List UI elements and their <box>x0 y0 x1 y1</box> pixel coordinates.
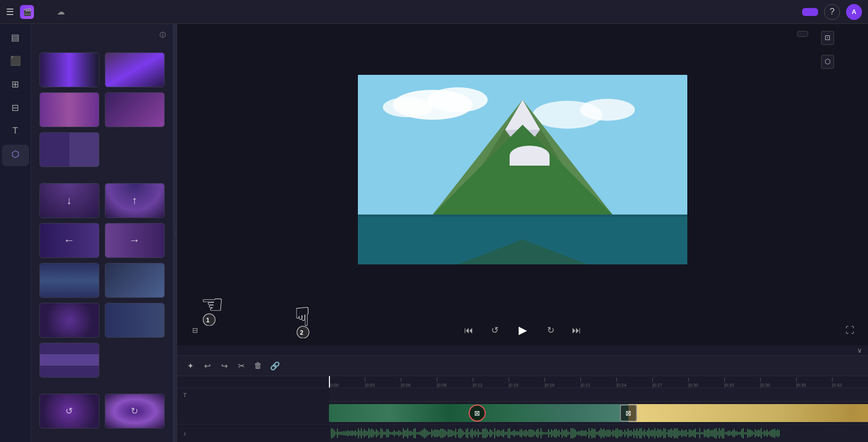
ruler-mark-10: |0:30 <box>688 378 724 388</box>
video-landscape-svg <box>358 75 687 264</box>
sidebar-item-overganger[interactable]: ⬡ <box>2 145 29 166</box>
library-icon: ⊞ <box>11 79 19 90</box>
section-title-vatservetter <box>31 174 173 181</box>
text-track-icon: T <box>183 392 187 398</box>
help-button[interactable]: ? <box>824 4 840 20</box>
app-logo: 🎬 <box>20 5 37 19</box>
sidebar-item-library[interactable]: ⊞ <box>2 75 29 96</box>
timeline-zoom-controls <box>816 359 862 373</box>
media-icon: ▤ <box>11 32 19 43</box>
link-btn[interactable]: 🔗 <box>268 359 282 373</box>
zoom-fit-btn[interactable] <box>848 359 862 373</box>
transition-tonaigenom2[interactable] <box>103 92 166 129</box>
audio-track: ♪ // Generate waveform bars const wf = d… <box>177 424 868 442</box>
timeline-ruler: |0:00 |0:03 |0:06 |0:09 |0:12 |0:15 |0:1… <box>177 376 868 388</box>
transition-ladugard2[interactable] <box>103 263 166 300</box>
transition-cirkelformad[interactable] <box>38 303 100 340</box>
audio-track-content: // Generate waveform bars const wf = doc… <box>329 425 868 442</box>
transitions-grid-toningar <box>31 50 173 174</box>
preview-subtitle-btn[interactable]: ⊟ <box>187 322 203 338</box>
sidebar-item-mallar[interactable]: ⊟ <box>2 98 29 120</box>
transition-tredjedelar[interactable] <box>38 343 100 380</box>
transition-thumb-mjukrensning1: ↓ <box>39 183 99 218</box>
transition-thumb-sidavidsida <box>39 132 99 167</box>
transition-stang[interactable] <box>103 303 166 340</box>
sidebar-item-record[interactable]: ⬛ <box>2 51 29 73</box>
ruler-mark-9: |0:27 <box>652 378 688 388</box>
cloud-save-icon: ☁ <box>57 7 65 16</box>
svg-point-3 <box>383 97 433 117</box>
transition-mjukrensningvanster[interactable]: ← <box>38 223 100 260</box>
transition-mjukrensning2[interactable]: ↑ <box>103 183 166 220</box>
preview-area: ⊡ ⬡ <box>177 24 868 315</box>
left-sidebar: ▤ ⬛ ⊞ ⊟ T ⬡ <box>0 24 31 442</box>
transition-marker-1[interactable]: ⊠ <box>469 405 486 422</box>
magic-btn[interactable]: ✦ <box>183 359 197 373</box>
subtitle-panel-btn[interactable]: ⊡ <box>821 31 834 45</box>
skip-forward-btn[interactable]: ⏭ <box>569 322 584 338</box>
redo-btn[interactable]: ↪ <box>217 359 231 373</box>
zoom-out-btn[interactable] <box>816 359 830 373</box>
transition-korstonning[interactable] <box>38 52 100 89</box>
sidebar-item-text[interactable]: T <box>2 122 29 143</box>
transition-ladugard1[interactable] <box>38 263 100 300</box>
ruler-mark-5: |0:15 <box>509 378 545 388</box>
rewind-btn[interactable]: ↺ <box>487 322 503 338</box>
ruler-mark-12: |0:36 <box>760 378 796 388</box>
playhead <box>329 376 330 388</box>
transition-zoomar2[interactable]: ↻ <box>103 394 166 431</box>
right-area: ⊡ ⬡ ⊟ ⏮ ↺ ▶ ↻ <box>177 24 868 442</box>
transition-thumb-mjukrensning2: ↑ <box>105 183 165 218</box>
transition-thumb-tonaigenom2 <box>105 92 165 127</box>
panel-info-icon[interactable]: ⓘ <box>160 31 166 39</box>
transition-korsoskarpa[interactable] <box>103 52 166 89</box>
aspect-ratio-selector[interactable] <box>797 31 808 37</box>
transition-thumb-tonaigenom1 <box>39 92 99 127</box>
my-video-button[interactable] <box>43 10 51 14</box>
transition-thumb-cirkelformad <box>39 303 99 338</box>
transition-mjukrensning1[interactable]: ↓ <box>38 183 100 220</box>
transition-thumb-ladugard2 <box>105 263 165 298</box>
panel-divider[interactable]: ⋮ <box>173 24 177 442</box>
transition-right-panel-btn[interactable]: ⬡ <box>821 55 834 69</box>
transition-zoomar1[interactable]: ↺ <box>38 394 100 431</box>
transition-tonaigenom1[interactable] <box>38 92 100 129</box>
transition-mjukrensning4[interactable]: → <box>103 223 166 260</box>
sidebar-item-media[interactable]: ▤ <box>2 28 29 49</box>
user-avatar[interactable]: A <box>846 4 862 20</box>
menu-icon[interactable]: ☰ <box>6 6 14 17</box>
transition-thumb-zoomar1: ↺ <box>39 394 99 429</box>
transition-sidavidsida[interactable] <box>38 132 100 169</box>
overganger-icon: ⬡ <box>11 149 19 160</box>
logo-icon: 🎬 <box>20 5 34 19</box>
ruler-marks: |0:00 |0:03 |0:06 |0:09 |0:12 |0:15 |0:1… <box>329 376 868 388</box>
export-button[interactable] <box>802 8 818 16</box>
transition-marker-2[interactable]: ⊠ <box>620 405 637 422</box>
video-clip[interactable]: ⊠ ⊠ <box>329 404 868 422</box>
ruler-mark-13: |0:39 <box>796 378 832 388</box>
transitions-panel: ⓘ <box>31 24 173 442</box>
video-track-content[interactable]: ⊠ ⊠ <box>329 402 868 424</box>
cut-btn[interactable]: ✂ <box>234 359 248 373</box>
fullscreen-btn[interactable]: ⛶ <box>842 322 858 338</box>
audio-note-icon: ♪ <box>183 430 186 437</box>
play-btn[interactable]: ▶ <box>513 320 533 340</box>
ruler-mark-11: |0:33 <box>724 378 760 388</box>
section-title-zoomar <box>31 385 173 392</box>
main-area: ▤ ⬛ ⊞ ⊟ T ⬡ ⓘ <box>0 24 868 442</box>
video-frame <box>358 75 687 264</box>
ruler-mark-7: |0:21 <box>580 378 616 388</box>
ruler-mark-8: |0:24 <box>616 378 652 388</box>
text-track: T <box>177 388 868 402</box>
transition-thumb-mjukrensningvanster: ← <box>39 223 99 258</box>
video-preview <box>358 75 687 264</box>
transition-thumb-korsoskarpa <box>105 52 165 87</box>
undo-btn[interactable]: ↩ <box>200 359 214 373</box>
delete-btn[interactable]: 🗑 <box>251 359 265 373</box>
forward-btn[interactable]: ↻ <box>543 322 559 338</box>
zoom-in-btn[interactable] <box>832 359 846 373</box>
skip-back-btn[interactable]: ⏮ <box>461 322 477 338</box>
text-track-content <box>329 388 868 402</box>
timeline-collapse-btn[interactable]: ∨ <box>857 346 862 354</box>
panel-header: ⓘ <box>31 24 173 43</box>
